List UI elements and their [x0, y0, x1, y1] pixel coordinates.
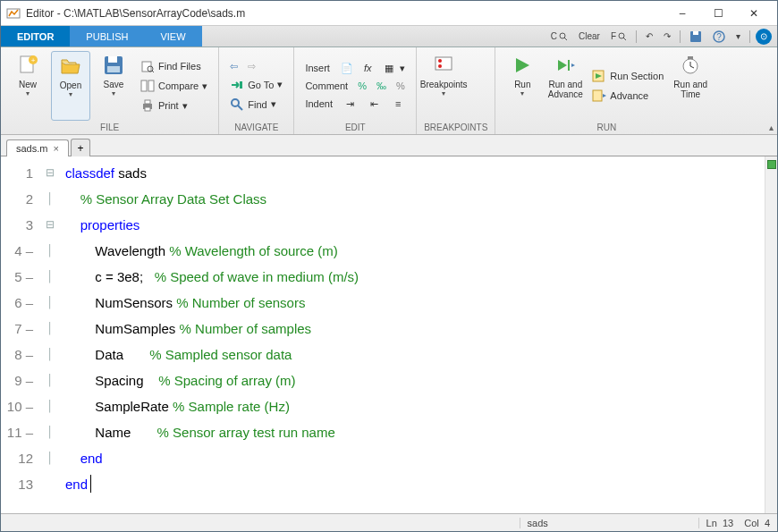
- svg-point-24: [232, 99, 239, 106]
- svg-rect-13: [108, 56, 117, 63]
- svg-line-17: [152, 71, 154, 72]
- tab-view[interactable]: VIEW: [144, 26, 201, 46]
- code-area[interactable]: classdef sads % Sensor Array Data Set Cl…: [60, 156, 765, 513]
- maximize-button[interactable]: ☐: [700, 4, 736, 23]
- code-ok-marker: [767, 160, 776, 169]
- group-label-navigate: NAVIGATE: [226, 121, 286, 132]
- document-tab-bar: sads.m × +: [1, 135, 777, 156]
- find-files-button[interactable]: Find Files: [137, 57, 211, 75]
- run-button[interactable]: Run▾: [503, 51, 542, 121]
- new-button[interactable]: + New▾: [8, 51, 47, 121]
- group-label-edit: EDIT: [301, 121, 409, 132]
- collapse-ribbon-icon[interactable]: ▴: [769, 122, 774, 132]
- group-navigate: ⇦ ⇨ Go To ▾ Find ▾ NAVIGATE: [219, 47, 294, 134]
- svg-line-4: [623, 38, 626, 40]
- new-tab-button[interactable]: +: [71, 139, 90, 156]
- group-label-breakpoints: BREAKPOINTS: [424, 121, 487, 132]
- insert-button[interactable]: Insert 📄 fx ▦▾: [301, 59, 409, 77]
- open-button[interactable]: Open▾: [51, 51, 90, 121]
- line-number-gutter: 1 2 3 4 –5 –6 –7 –8 –9 –10 –11 –12 13: [1, 156, 40, 513]
- svg-rect-18: [141, 80, 147, 91]
- document-tab-label: sads.m: [16, 143, 47, 154]
- tab-editor[interactable]: EDITOR: [1, 26, 70, 46]
- breakpoints-button[interactable]: Breakpoints▾: [424, 51, 463, 121]
- message-strip[interactable]: [765, 156, 777, 513]
- svg-rect-33: [688, 56, 693, 59]
- save-button[interactable]: Save▾: [94, 51, 133, 121]
- find-button[interactable]: Find ▾: [226, 96, 286, 114]
- qa-clear[interactable]: Clear: [575, 30, 604, 43]
- group-label-run: RUN: [503, 121, 710, 132]
- qa-search[interactable]: C: [547, 30, 571, 43]
- close-tab-icon[interactable]: ×: [53, 143, 58, 154]
- status-bar: sads Ln 13 Col 4: [1, 513, 777, 531]
- svg-rect-23: [240, 81, 242, 89]
- qa-find[interactable]: F: [607, 30, 630, 43]
- editor-area[interactable]: 1 2 3 4 –5 –6 –7 –8 –9 –10 –11 –12 13 ⊟│…: [1, 156, 777, 513]
- svg-rect-21: [145, 100, 150, 104]
- group-breakpoints: Breakpoints▾ BREAKPOINTS: [417, 47, 495, 134]
- svg-rect-26: [436, 57, 452, 70]
- quick-access-toolbar: C Clear F ↶ ↷ ? ▾ ⊙: [547, 26, 772, 46]
- svg-text:+: +: [31, 56, 36, 64]
- window-title: Editor - C:\MATLAB\SensorArrayCode\sads.…: [26, 7, 664, 20]
- run-and-time-button[interactable]: Run and Time: [671, 51, 710, 121]
- undo-icon[interactable]: ↶: [642, 30, 656, 43]
- goto-button[interactable]: Go To ▾: [226, 76, 286, 94]
- app-icon: [6, 6, 21, 21]
- svg-line-25: [238, 106, 242, 110]
- help-icon[interactable]: ?: [709, 29, 729, 45]
- run-and-advance-button[interactable]: Run and Advance: [545, 51, 585, 121]
- svg-point-27: [438, 59, 442, 63]
- group-label-file: FILE: [8, 121, 211, 132]
- actions-button[interactable]: ⊙: [756, 29, 772, 45]
- status-function: sads: [520, 518, 698, 528]
- svg-line-2: [564, 38, 567, 40]
- group-file: + New▾ Open▾ Save▾ Find Files Compare ▾ …: [1, 47, 219, 134]
- svg-rect-6: [693, 31, 698, 35]
- print-button[interactable]: Print ▾: [137, 97, 211, 114]
- group-run: Run▾ Run and Advance Run Section Advance…: [495, 47, 717, 134]
- title-bar: Editor - C:\MATLAB\SensorArrayCode\sads.…: [1, 1, 777, 26]
- svg-rect-31: [593, 90, 602, 101]
- ribbon: + New▾ Open▾ Save▾ Find Files Compare ▾ …: [1, 47, 777, 135]
- indent-button[interactable]: Indent ⇥ ⇤ ≡: [301, 95, 409, 113]
- svg-rect-29: [568, 60, 570, 71]
- group-edit: Insert 📄 fx ▦▾ Comment % ‰ % Indent ⇥ ⇤ …: [294, 47, 417, 134]
- save-icon[interactable]: [686, 29, 706, 45]
- tab-publish[interactable]: PUBLISH: [70, 26, 144, 46]
- close-button[interactable]: ✕: [736, 4, 772, 23]
- document-tab[interactable]: sads.m ×: [6, 139, 69, 156]
- status-col: Col 4: [744, 518, 770, 528]
- compare-button[interactable]: Compare ▾: [137, 77, 211, 95]
- toolstrip-tabs: EDITOR PUBLISH VIEW C Clear F ↶ ↷ ? ▾ ⊙: [1, 26, 777, 47]
- svg-text:?: ?: [716, 32, 722, 42]
- svg-rect-19: [148, 80, 154, 91]
- svg-rect-14: [107, 66, 120, 72]
- nav-back-forward[interactable]: ⇦ ⇨: [226, 59, 286, 74]
- minimize-button[interactable]: –: [664, 4, 700, 23]
- svg-rect-22: [145, 107, 150, 111]
- advance-button[interactable]: Advance: [588, 87, 667, 105]
- fold-column[interactable]: ⊟│⊟│││││││││: [40, 156, 60, 513]
- comment-button[interactable]: Comment % ‰ %: [301, 79, 409, 93]
- status-line: Ln 13: [706, 518, 734, 528]
- svg-point-28: [438, 64, 442, 68]
- run-section-button[interactable]: Run Section: [588, 67, 667, 85]
- dropdown-icon[interactable]: ▾: [732, 30, 744, 43]
- redo-icon[interactable]: ↷: [660, 30, 674, 43]
